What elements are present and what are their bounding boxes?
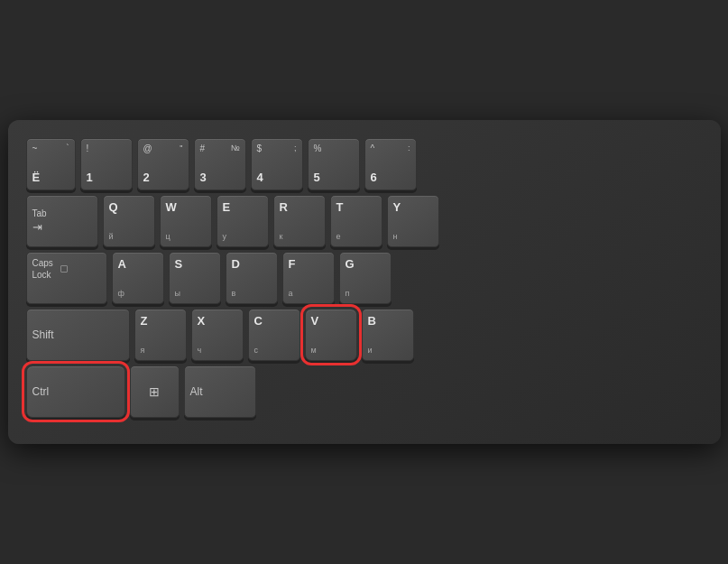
qwerty-row: Tab ⇥ Q й W ц E у R к T е Y н	[26, 195, 703, 247]
key-tab[interactable]: Tab ⇥	[26, 195, 98, 247]
key-caps-lock[interactable]: CapsLock	[26, 252, 107, 304]
key-r[interactable]: R к	[273, 195, 326, 247]
key-t[interactable]: T е	[330, 195, 382, 247]
key-w[interactable]: W ц	[160, 195, 212, 247]
key-s[interactable]: S ы	[169, 252, 221, 304]
key-1[interactable]: ! 1	[80, 138, 133, 190]
asdf-row: CapsLock A ф S ы D в F а G п	[26, 252, 703, 304]
key-d[interactable]: D в	[226, 252, 278, 304]
key-3[interactable]: # № 3	[194, 138, 246, 190]
key-z[interactable]: Z я	[134, 309, 187, 361]
key-6[interactable]: ^ : 6	[364, 138, 417, 190]
key-c[interactable]: C с	[248, 309, 300, 361]
key-alt[interactable]: Alt	[184, 365, 256, 418]
key-y[interactable]: Y н	[387, 195, 439, 247]
key-2[interactable]: @ " 2	[137, 138, 189, 190]
number-row: ~ ` Ё ! 1 @ " 2 #	[26, 138, 703, 190]
bottom-row: Ctrl ⊞ Alt	[26, 365, 703, 418]
zxcv-row: Shift Z я X ч C с V м В и	[26, 309, 703, 361]
windows-icon: ⊞	[149, 384, 160, 399]
key-q[interactable]: Q й	[103, 195, 155, 247]
key-f[interactable]: F а	[282, 252, 335, 304]
key-win[interactable]: ⊞	[130, 365, 180, 418]
key-5[interactable]: % 5	[308, 138, 360, 190]
key-b[interactable]: В и	[362, 309, 414, 361]
key-tilde[interactable]: ~ ` Ё	[26, 138, 76, 190]
key-x[interactable]: X ч	[191, 309, 244, 361]
key-g[interactable]: G п	[339, 252, 392, 304]
key-shift[interactable]: Shift	[26, 309, 130, 361]
key-e[interactable]: E у	[217, 195, 269, 247]
key-v[interactable]: V м	[305, 309, 357, 361]
key-ctrl[interactable]: Ctrl	[26, 365, 125, 418]
caps-indicator	[60, 265, 68, 273]
keyboard: ~ ` Ё ! 1 @ " 2 #	[8, 120, 721, 444]
key-a[interactable]: A ф	[112, 252, 164, 304]
key-4[interactable]: $ ; 4	[251, 138, 303, 190]
